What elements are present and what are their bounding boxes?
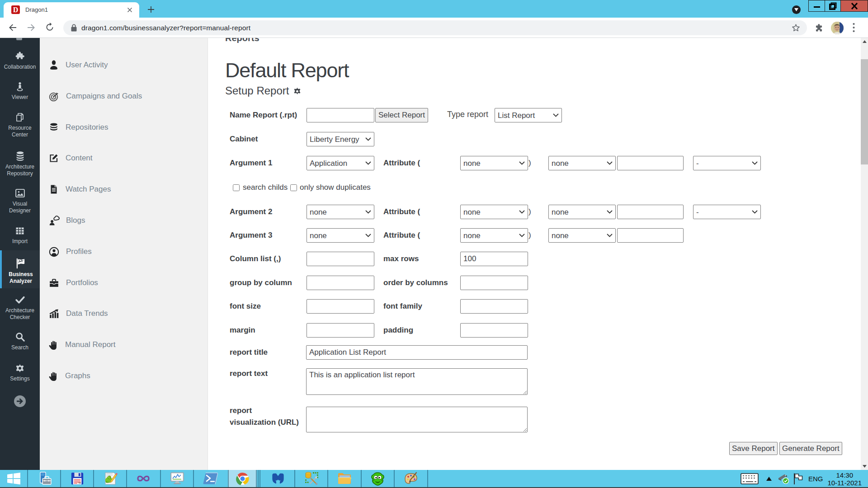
- scrollbar-up-arrow[interactable]: [861, 38, 868, 45]
- taskbar-resource-tool[interactable]: [295, 470, 327, 487]
- window-maximize-button[interactable]: [825, 0, 841, 12]
- attribute2-select[interactable]: none: [460, 205, 528, 219]
- argument1-value-input[interactable]: [617, 156, 684, 170]
- report-title-input[interactable]: [306, 345, 528, 360]
- sidebar-item-viewer[interactable]: Viewer: [0, 81, 40, 101]
- report-visualization-textarea[interactable]: [306, 407, 528, 432]
- extensions-icon[interactable]: [814, 23, 824, 33]
- taskbar-green-app[interactable]: [362, 470, 394, 487]
- nav-item-manual-report[interactable]: Manual Report: [40, 334, 208, 356]
- browser-tab[interactable]: D Dragon1: [4, 2, 139, 18]
- taskbar-paint[interactable]: [395, 470, 427, 487]
- taskbar-powershell[interactable]: [194, 470, 227, 487]
- taskbar-system-monitor[interactable]: [161, 470, 193, 487]
- taskbar-visual-studio[interactable]: [127, 470, 160, 487]
- new-tab-button[interactable]: [145, 3, 157, 16]
- group-by-input[interactable]: [307, 276, 374, 290]
- sidebar-item-business-analyzer[interactable]: Business Analyzer: [0, 250, 40, 288]
- taskbar-file-explorer[interactable]: [328, 470, 361, 487]
- attribute3-select[interactable]: none: [460, 228, 528, 243]
- window-minimize-button[interactable]: [808, 0, 825, 12]
- nav-item-watch-pages[interactable]: Watch Pages: [40, 178, 208, 200]
- only-show-duplicates-checkbox[interactable]: [290, 184, 297, 191]
- setup-gear-icon[interactable]: [293, 87, 302, 95]
- taskbar-computer-management[interactable]: [28, 470, 60, 487]
- argument1-attr2-select[interactable]: none: [548, 156, 616, 170]
- sidebar-item-visual-designer[interactable]: Visual Designer: [0, 188, 40, 214]
- window-close-button[interactable]: [841, 0, 868, 12]
- margin-label: margin: [230, 323, 255, 338]
- order-by-input[interactable]: [460, 276, 528, 290]
- margin-input[interactable]: [307, 323, 374, 338]
- back-button-icon[interactable]: [7, 22, 18, 33]
- font-size-input[interactable]: [307, 299, 374, 314]
- sidebar-item-import[interactable]: Import: [0, 225, 40, 245]
- sidebar-expand-button[interactable]: [0, 395, 40, 408]
- sidebar-item-resource-center[interactable]: Resource Center: [0, 112, 40, 138]
- nav-item-data-trends[interactable]: Data Trends: [40, 303, 208, 324]
- touch-keyboard-button[interactable]: [738, 470, 761, 487]
- column-list-input[interactable]: [307, 252, 374, 266]
- cabinet-select[interactable]: Liberty Energy: [307, 132, 374, 146]
- profile-avatar[interactable]: [831, 22, 844, 34]
- scrollbar-down-arrow[interactable]: [861, 463, 868, 470]
- url-text[interactable]: dragon1.com/businessanalyzer?report=manu…: [81, 20, 250, 35]
- sidebar-item-search[interactable]: Search: [0, 331, 40, 351]
- tab-close-icon[interactable]: [126, 6, 133, 14]
- app-sidebar: Collaboration Viewer Resource Center Arc…: [0, 38, 40, 470]
- browser-menu-icon[interactable]: [853, 23, 855, 33]
- taskbar-save[interactable]: 64: [61, 470, 93, 487]
- argument3-value-input[interactable]: [617, 228, 684, 243]
- argument2-attr2-select[interactable]: none: [548, 205, 616, 219]
- taskbar-malwarebytes[interactable]: [261, 470, 294, 487]
- nav-item-repositories[interactable]: Repositories: [40, 117, 208, 138]
- tray-show-hidden-icons[interactable]: [764, 470, 774, 487]
- generate-report-button[interactable]: Generate Report: [779, 442, 842, 455]
- font-family-input[interactable]: [460, 299, 528, 314]
- nav-item-content[interactable]: Content: [40, 147, 208, 169]
- url-bar[interactable]: dragon1.com/businessanalyzer?report=manu…: [63, 20, 807, 35]
- tray-safely-remove-hardware[interactable]: [776, 470, 791, 487]
- scrollbar-thumb[interactable]: [861, 59, 868, 164]
- nav-item-user-activity[interactable]: User Activity: [40, 54, 208, 76]
- search-childs-checkbox[interactable]: [233, 184, 240, 191]
- nav-item-blogs[interactable]: Blogs: [40, 210, 208, 231]
- argument2-select[interactable]: none: [307, 205, 374, 219]
- page-scrollbar[interactable]: [861, 38, 868, 470]
- tray-action-center-flag[interactable]: [791, 470, 805, 487]
- bookmark-star-icon[interactable]: [791, 23, 801, 33]
- select-report-button[interactable]: Select Report: [375, 108, 428, 122]
- window-controls: [808, 0, 868, 12]
- start-button[interactable]: [0, 470, 27, 487]
- nav-item-portfolios[interactable]: Portfolios: [40, 272, 208, 294]
- sidebar-item-architecture-repository[interactable]: Architecture Repository: [0, 150, 40, 177]
- save-report-button[interactable]: Save Report: [729, 442, 778, 455]
- argument2-operator-select[interactable]: -: [693, 205, 761, 219]
- font-size-label: font size: [230, 299, 261, 314]
- tray-clock-date[interactable]: 10-11-2021: [819, 479, 862, 487]
- nav-item-campaigns-and-goals[interactable]: Campaigns and Goals: [40, 85, 208, 107]
- report-text-textarea[interactable]: [306, 368, 528, 395]
- sidebar-item-settings[interactable]: Settings: [0, 363, 40, 382]
- nav-item-graphs[interactable]: Graphs: [40, 365, 208, 387]
- argument3-attr2-select[interactable]: none: [548, 228, 616, 243]
- argument2-value-input[interactable]: [617, 205, 684, 219]
- forward-button-icon[interactable]: [26, 22, 37, 33]
- tray-clock-time[interactable]: 14:30: [828, 471, 853, 479]
- max-rows-input[interactable]: [460, 252, 528, 266]
- reload-button-icon[interactable]: [45, 22, 56, 33]
- attribute1-select[interactable]: none: [460, 156, 528, 170]
- padding-input[interactable]: [460, 323, 528, 338]
- argument1-operator-select[interactable]: -: [693, 156, 761, 170]
- taskbar-notepadpp[interactable]: [94, 470, 126, 487]
- type-report-select[interactable]: List Report: [495, 108, 562, 122]
- sidebar-item-collaboration[interactable]: Collaboration: [0, 51, 40, 70]
- argument3-select[interactable]: none: [307, 228, 374, 243]
- name-report-input[interactable]: [307, 108, 374, 122]
- argument1-select[interactable]: Application: [307, 156, 374, 170]
- sidebar-item-architecture-checker[interactable]: Architecture Checker: [0, 294, 40, 321]
- taskbar-chrome[interactable]: [228, 470, 257, 487]
- media-controls-button[interactable]: [792, 5, 801, 14]
- nav-item-profiles[interactable]: Profiles: [40, 241, 208, 263]
- keyboard-icon: [741, 473, 759, 484]
